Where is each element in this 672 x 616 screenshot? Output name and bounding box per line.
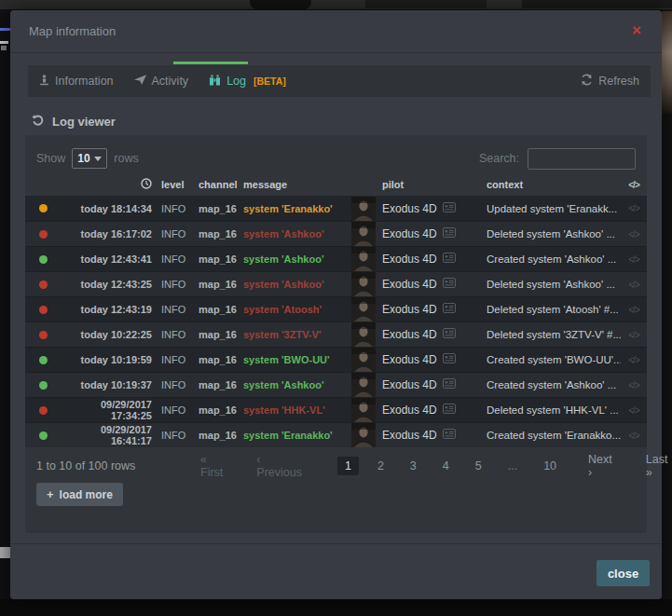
id-card-icon <box>443 378 456 391</box>
background-decoration <box>250 0 311 9</box>
tab-information[interactable]: Information <box>39 75 114 89</box>
row-context: Created system 'BWO-UU'... <box>487 354 621 365</box>
row-code-icon[interactable]: </> <box>621 405 647 416</box>
pagination-first[interactable]: « First <box>193 451 230 481</box>
pagination-page-2[interactable]: 2 <box>370 458 391 474</box>
row-pilot[interactable]: Exodus 4D <box>377 378 487 391</box>
column-header-context[interactable]: context <box>487 179 621 190</box>
table-row[interactable]: today 10:22:25 INFO map_16 system '3ZTV-… <box>25 322 647 347</box>
row-level: INFO <box>161 253 199 265</box>
pilot-name: Exodus 4D <box>382 404 437 417</box>
pilot-avatar <box>351 297 377 322</box>
row-level: INFO <box>161 279 199 290</box>
table-row[interactable]: today 10:19:37 INFO map_16 system 'Ashko… <box>25 372 647 397</box>
row-context: Created system 'Ashkoo' ... <box>487 379 621 390</box>
column-header-message[interactable]: message <box>243 179 351 190</box>
row-time: today 10:19:37 <box>61 379 152 390</box>
row-message: system 'Ashkoo' <box>243 379 351 390</box>
row-pilot[interactable]: Exodus 4D <box>377 429 487 442</box>
row-level: INFO <box>161 354 199 365</box>
loading-progress-bar <box>173 62 248 64</box>
pagination-last[interactable]: Last » <box>638 451 672 481</box>
background-decoration <box>0 41 8 44</box>
pagination-page-3[interactable]: 3 <box>403 458 424 474</box>
load-more-label: load more <box>60 488 113 501</box>
table-row[interactable]: today 12:43:41 INFO map_16 system 'Ashko… <box>25 246 647 271</box>
status-dot <box>25 255 61 264</box>
row-pilot[interactable]: Exodus 4D <box>377 328 487 341</box>
column-header-channel[interactable]: channel <box>199 179 243 190</box>
load-more-button[interactable]: + load more <box>36 483 123 506</box>
table-row[interactable]: 09/29/2017 17:34:25 INFO map_16 system '… <box>25 397 647 422</box>
row-code-icon[interactable]: </> <box>621 229 647 240</box>
column-header-level[interactable]: level <box>161 179 199 190</box>
table-row[interactable]: today 16:17:02 INFO map_16 system 'Ashko… <box>25 221 647 246</box>
pilot-name: Exodus 4D <box>382 278 437 291</box>
row-message: system 'HHK-VL' <box>243 404 351 416</box>
status-dot <box>25 281 61 289</box>
pagination-page-1[interactable]: 1 <box>337 457 359 475</box>
row-level: INFO <box>161 379 199 390</box>
pilot-avatar <box>351 222 377 246</box>
log-viewer-panel: Show 10 rows Search: <box>25 135 647 533</box>
pilot-name: Exodus 4D <box>382 303 437 316</box>
dialog-footer: close <box>10 543 662 599</box>
search-input[interactable] <box>528 148 636 170</box>
pagination-page-10[interactable]: 10 <box>536 458 564 474</box>
table-row[interactable]: today 10:19:59 INFO map_16 system 'BWO-U… <box>25 347 647 372</box>
id-card-icon <box>443 278 456 291</box>
pagination-page-4[interactable]: 4 <box>435 458 457 474</box>
row-code-icon[interactable]: </> <box>621 254 647 265</box>
row-code-icon[interactable]: </> <box>621 305 647 315</box>
pagination-pages: 12345...10 <box>332 457 569 475</box>
table-row[interactable]: 09/29/2017 16:41:17 INFO map_16 system '… <box>25 422 647 447</box>
row-level: INFO <box>161 203 199 214</box>
row-message: system 'Eranakko' <box>243 430 351 441</box>
pilot-avatar <box>351 398 377 422</box>
row-time: today 10:19:59 <box>61 354 152 365</box>
pagination: « First ‹ Previous 12345...10 Next › Las… <box>176 451 672 481</box>
background-decoration <box>0 28 10 31</box>
close-button[interactable]: close <box>597 560 650 586</box>
table-body: today 18:14:34 INFO map_16 system 'Erana… <box>25 196 647 447</box>
row-pilot[interactable]: Exodus 4D <box>377 253 487 266</box>
table-row[interactable]: today 12:43:25 INFO map_16 system 'Ashko… <box>25 271 647 296</box>
time-column-header[interactable] <box>61 178 152 191</box>
row-code-icon[interactable]: </> <box>621 380 647 390</box>
pilot-name: Exodus 4D <box>382 202 437 215</box>
row-code-icon[interactable]: </> <box>621 330 647 340</box>
rows-label: rows <box>114 152 138 165</box>
pilot-name: Exodus 4D <box>382 429 437 442</box>
pagination-page-5[interactable]: 5 <box>468 458 489 474</box>
row-pilot[interactable]: Exodus 4D <box>377 278 487 291</box>
row-time: today 18:14:34 <box>61 203 152 214</box>
row-pilot[interactable]: Exodus 4D <box>377 227 487 240</box>
id-card-icon <box>443 202 456 215</box>
table-row[interactable]: today 12:43:19 INFO map_16 system 'Atoos… <box>25 296 647 322</box>
id-card-icon <box>443 253 456 266</box>
row-message: system '3ZTV-V' <box>243 329 351 340</box>
id-card-icon <box>443 429 456 442</box>
row-pilot[interactable]: Exodus 4D <box>377 404 487 417</box>
page-size-select[interactable]: 10 <box>72 148 107 169</box>
tab-activity[interactable]: Activity <box>134 75 189 88</box>
row-pilot[interactable]: Exodus 4D <box>377 353 487 366</box>
status-dot <box>25 431 61 440</box>
row-code-icon[interactable]: </> <box>621 280 647 290</box>
pagination-next[interactable]: Next › <box>581 451 620 481</box>
row-pilot[interactable]: Exodus 4D <box>377 303 487 316</box>
refresh-button[interactable]: Refresh <box>581 74 639 89</box>
row-context: Created system 'Ashkoo' ... <box>487 253 621 265</box>
row-code-icon[interactable]: </> <box>621 431 647 441</box>
column-header-pilot[interactable]: pilot <box>377 179 487 190</box>
background-decoration <box>522 0 672 8</box>
table-row[interactable]: today 18:14:34 INFO map_16 system 'Erana… <box>25 196 647 221</box>
row-code-icon[interactable]: </> <box>621 203 647 213</box>
row-pilot[interactable]: Exodus 4D <box>377 202 487 215</box>
pagination-previous[interactable]: ‹ Previous <box>249 451 309 481</box>
search-label: Search: <box>479 152 519 165</box>
person-icon <box>39 75 49 89</box>
dialog-close-icon[interactable]: × <box>632 22 641 38</box>
tab-log[interactable]: Log [BETA] <box>209 75 286 89</box>
row-code-icon[interactable]: </> <box>621 355 647 365</box>
